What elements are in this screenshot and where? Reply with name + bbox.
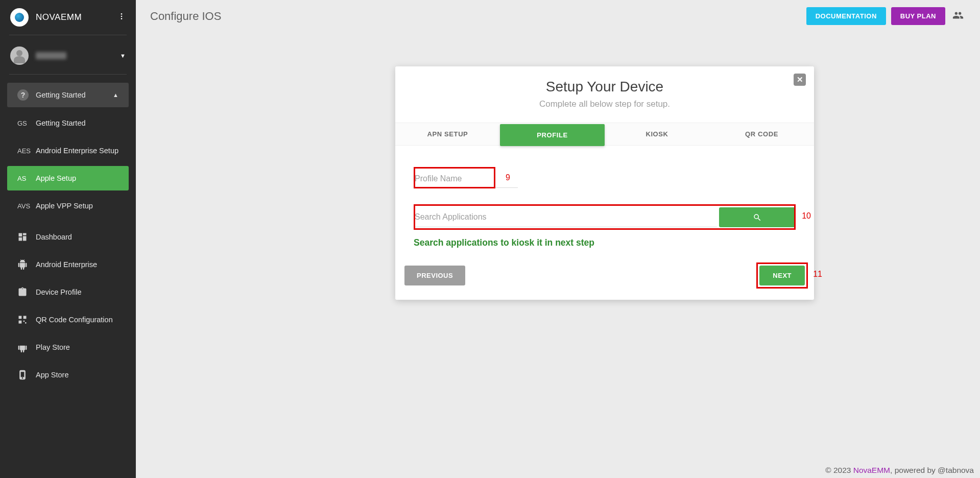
close-icon[interactable]: ✕ (794, 74, 806, 86)
search-hint: Search applications to kiosk it in next … (414, 237, 796, 248)
qr-icon (17, 315, 36, 325)
sidebar-item-device-profile[interactable]: Device Profile (7, 280, 129, 304)
help-icon: ? (17, 89, 29, 101)
sidebar-group-getting-started[interactable]: ? Getting Started ▲ (7, 83, 129, 107)
sidebar-item-qr-config[interactable]: QR Code Configuration (7, 307, 129, 332)
footer: © 2023 NovaEMM, powered by @tabnova (825, 466, 974, 475)
tab-qr-code[interactable]: QR CODE (709, 123, 814, 145)
footer-copyright: © 2023 (825, 466, 853, 474)
sidebar-item-app-store[interactable]: App Store (7, 363, 129, 387)
sidebar-item-android-enterprise[interactable]: Android Enterprise (7, 252, 129, 277)
user-menu[interactable]: ▼ (0, 41, 136, 74)
setup-card: ✕ Setup Your Device Complete all below s… (395, 66, 814, 300)
android-icon (17, 259, 36, 270)
chevron-up-icon: ▲ (113, 92, 118, 98)
svg-rect-11 (25, 322, 27, 324)
card-title: Setup Your Device (395, 66, 814, 95)
svg-point-2 (121, 18, 123, 19)
profile-name-input[interactable] (414, 170, 518, 188)
sidebar-item-label: QR Code Configuration (36, 316, 113, 324)
svg-point-1 (121, 16, 123, 17)
card-subtitle: Complete all below step for setup. (395, 99, 814, 109)
sidebar-group-label: Getting Started (36, 91, 86, 99)
clipboard-icon (17, 287, 36, 297)
divider (9, 74, 127, 75)
tab-profile[interactable]: PROFILE (500, 124, 605, 146)
sidebar-item-abbr: AES (17, 147, 36, 155)
brand-name: NOVAEMM (36, 12, 117, 22)
sidebar-item-abbr: GS (17, 119, 36, 127)
annotation-label: 9 (506, 173, 510, 182)
people-icon[interactable] (950, 8, 966, 25)
svg-rect-5 (23, 236, 27, 241)
tab-kiosk[interactable]: KIOSK (605, 123, 709, 145)
tabs: APN SETUP PROFILE KIOSK QR CODE (395, 123, 814, 146)
topbar: Configure IOS DOCUMENTATION BUY PLAN (136, 0, 980, 25)
brand-logo (10, 8, 29, 27)
footer-powered: , powered by @tabnova (890, 466, 974, 474)
sidebar-item-label: Device Profile (36, 288, 81, 296)
svg-rect-8 (23, 316, 27, 319)
kebab-menu-icon[interactable] (117, 12, 126, 22)
chevron-down-icon: ▼ (120, 53, 126, 59)
previous-button[interactable]: PREVIOUS (404, 266, 465, 285)
brand: NOVAEMM (0, 0, 136, 35)
sidebar-item-label: Apple Setup (36, 174, 76, 182)
sidebar-item-label: Android Enterprise (36, 260, 97, 269)
sidebar-item-label: Dashboard (36, 233, 72, 241)
page-title: Configure IOS (150, 10, 221, 23)
footer-brand-link[interactable]: NovaEMM (853, 466, 890, 474)
phone-icon (17, 370, 36, 380)
sidebar-item-label: Play Store (36, 343, 70, 351)
search-button[interactable] (719, 207, 796, 227)
svg-rect-9 (19, 321, 22, 324)
search-icon (753, 213, 762, 222)
sidebar-item-getting-started[interactable]: GS Getting Started (7, 111, 129, 135)
documentation-button[interactable]: DOCUMENTATION (806, 7, 886, 25)
tab-apn-setup[interactable]: APN SETUP (395, 123, 500, 145)
sidebar-item-label: Getting Started (36, 119, 86, 127)
divider (9, 35, 127, 35)
dashboard-icon (17, 232, 36, 242)
sidebar-item-label: Android Enterprise Setup (36, 147, 118, 155)
sidebar-item-android-enterprise-setup[interactable]: AES Android Enterprise Setup (7, 138, 129, 163)
sidebar-item-apple-vpp-setup[interactable]: AVS Apple VPP Setup (7, 194, 129, 218)
next-button[interactable]: NEXT (759, 266, 805, 285)
buy-plan-button[interactable]: BUY PLAN (891, 7, 945, 25)
sidebar-item-play-store[interactable]: Play Store (7, 335, 129, 360)
sidebar: NOVAEMM ▼ ? Getting Started ▲ GS Getting… (0, 0, 136, 478)
sidebar-item-apple-setup[interactable]: AS Apple Setup (7, 166, 129, 190)
svg-rect-7 (19, 316, 22, 319)
svg-point-0 (121, 13, 123, 15)
svg-rect-6 (19, 237, 22, 241)
sidebar-item-abbr: AS (17, 175, 36, 182)
svg-rect-10 (23, 321, 25, 322)
sidebar-item-label: App Store (36, 371, 69, 379)
sidebar-item-label: Apple VPP Setup (36, 202, 93, 210)
main: Configure IOS DOCUMENTATION BUY PLAN ✕ S… (136, 0, 980, 478)
annotation-label: 10 (802, 211, 811, 221)
sidebar-item-dashboard[interactable]: Dashboard (7, 225, 129, 249)
annotation-label: 11 (813, 270, 822, 279)
svg-rect-3 (19, 233, 22, 237)
avatar (10, 46, 29, 65)
search-applications-input[interactable] (414, 207, 717, 227)
android-icon (17, 342, 36, 352)
user-name (36, 52, 66, 59)
sidebar-item-abbr: AVS (17, 202, 36, 210)
svg-rect-4 (23, 233, 27, 235)
